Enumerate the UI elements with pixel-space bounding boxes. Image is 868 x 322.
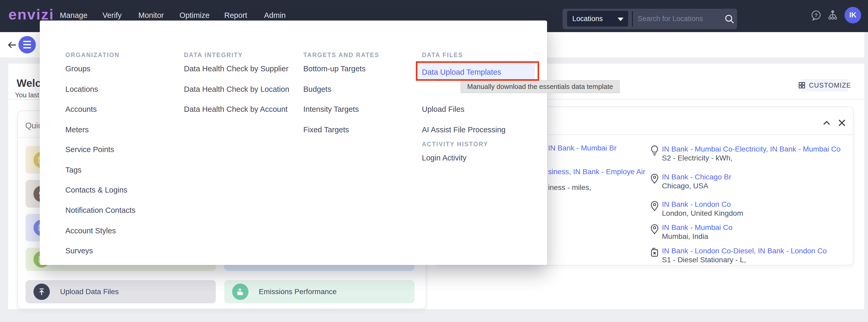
menu-item-surveys[interactable]: Surveys — [65, 247, 93, 255]
menu-item-budgets[interactable]: Budgets — [303, 85, 331, 94]
search-scope-value: Locations — [572, 15, 603, 23]
customize-label: CUSTOMIZE — [809, 81, 851, 89]
search-icon[interactable] — [724, 13, 735, 25]
svg-text:?: ? — [814, 12, 818, 18]
card-label: Upload Data Files — [60, 288, 119, 296]
highlight-red-box — [416, 61, 539, 81]
collapse-chevron-icon[interactable] — [822, 117, 832, 128]
nav-item-verify[interactable]: Verify — [102, 10, 122, 21]
avatar-initials: IK — [849, 11, 857, 19]
account-link[interactable]: IN Bank - London Co-Diesel, IN Bank - Lo… — [662, 247, 827, 255]
account-link[interactable]: IN Bank - Mumbai Co-Electricity, IN Bank… — [662, 145, 841, 153]
menu-item-accounts[interactable]: Accounts — [65, 105, 97, 114]
location-link[interactable]: IN Bank - Mumbai Co — [662, 223, 733, 232]
location-link[interactable]: IN Bank - London Co — [662, 200, 743, 209]
menu-toggle-button[interactable] — [19, 36, 36, 53]
nav-item-admin[interactable]: Admin — [264, 10, 286, 21]
search-scope-dropdown[interactable]: Locations — [567, 11, 628, 27]
menu-item-dhc-location[interactable]: Data Health Check by Location — [184, 85, 289, 94]
menu-item-contacts-logins[interactable]: Contacts & Logins — [65, 186, 127, 194]
help-icon[interactable]: ? — [810, 9, 822, 21]
menu-item-ai-assist-processing[interactable]: AI Assist File Processing — [422, 126, 506, 134]
menu-item-account-styles[interactable]: Account Styles — [65, 226, 116, 235]
list-item: IN Bank - Mumbai Br — [548, 144, 617, 152]
close-icon[interactable] — [837, 117, 847, 128]
list-item: IN Bank - London Co-Diesel, IN Bank - Lo… — [662, 247, 827, 264]
account-detail: S2 - Electricity - kWh, — [662, 154, 841, 162]
menu-item-groups[interactable]: Groups — [65, 65, 90, 73]
factory-icon — [232, 284, 248, 300]
global-search-bar: Locations — [563, 9, 737, 29]
divider — [632, 11, 633, 27]
account-link[interactable]: IN Bank - Mumbai Br — [548, 144, 617, 152]
tooltip: Manually download the essentials data te… — [461, 80, 620, 93]
nav-item-monitor[interactable]: Monitor — [138, 10, 164, 21]
list-item: IN Bank - Chicago Br Chicago, USA — [662, 173, 731, 190]
search-input[interactable] — [638, 11, 722, 27]
location-pin-icon — [649, 200, 660, 212]
menu-item-dhc-supplier[interactable]: Data Health Check by Supplier — [184, 65, 288, 73]
account-detail: S1 - Diesel Stationary - L, — [662, 256, 827, 264]
location-detail: London, United Kingdom — [662, 209, 743, 218]
menu-item-intensity-targets[interactable]: Intensity Targets — [303, 105, 359, 114]
app-window: envizi Manage Verify Monitor Optimize Re… — [0, 0, 868, 322]
lightbulb-icon — [649, 144, 660, 156]
list-item: IN Bank - Mumbai Co-Electricity, IN Bank… — [662, 145, 841, 162]
hierarchy-icon[interactable] — [827, 9, 838, 21]
location-pin-icon — [649, 223, 660, 235]
menu-item-dhc-account[interactable]: Data Health Check by Account — [184, 105, 287, 114]
location-pin-icon — [649, 172, 660, 184]
location-link[interactable]: IN Bank - Chicago Br — [662, 173, 731, 181]
customize-button[interactable]: CUSTOMIZE — [801, 79, 848, 92]
avatar[interactable]: IK — [844, 7, 861, 24]
menu-item-fixed-targets[interactable]: Fixed Targets — [303, 126, 349, 134]
card-label: Emissions Performance — [259, 288, 337, 296]
page-scrollbar[interactable] — [864, 32, 868, 322]
menu-section-activity-history: ACTIVITY HISTORY — [422, 141, 488, 148]
menu-section-organization: ORGANIZATION — [65, 51, 120, 59]
upload-icon — [33, 284, 50, 300]
list-item: siness, IN Bank - Employe Air iness - mi… — [548, 168, 645, 192]
menu-section-data-integrity: DATA INTEGRITY — [184, 51, 243, 59]
grid-icon — [798, 81, 806, 89]
manage-mega-menu: ORGANIZATION Groups Locations Accounts M… — [40, 21, 547, 265]
nav-item-manage[interactable]: Manage — [60, 10, 88, 21]
menu-item-locations[interactable]: Locations — [65, 85, 98, 94]
list-item: IN Bank - Mumbai Co Mumbai, India — [662, 223, 733, 241]
emissions-performance-card[interactable]: Emissions Performance — [224, 280, 414, 303]
menu-item-upload-files[interactable]: Upload Files — [422, 105, 464, 114]
fuel-can-icon — [649, 246, 660, 258]
list-item: IN Bank - London Co London, United Kingd… — [662, 200, 743, 218]
account-detail: iness - miles, — [548, 183, 645, 192]
nav-item-report[interactable]: Report — [224, 10, 247, 21]
location-detail: Chicago, USA — [662, 182, 731, 190]
menu-item-tags[interactable]: Tags — [65, 166, 82, 174]
chevron-down-icon — [618, 17, 623, 21]
nav-item-optimize[interactable]: Optimize — [180, 10, 210, 21]
menu-item-login-activity[interactable]: Login Activity — [422, 154, 466, 162]
menu-item-meters[interactable]: Meters — [65, 126, 89, 134]
account-link[interactable]: siness, IN Bank - Employe Air — [548, 168, 645, 176]
menu-item-notification-contacts[interactable]: Notification Contacts — [65, 206, 135, 215]
back-arrow-icon[interactable] — [6, 39, 18, 50]
menu-section-targets-rates: TARGETS AND RATES — [303, 51, 379, 59]
page-subtitle: You last l — [15, 91, 43, 99]
menu-item-bottom-up-targets[interactable]: Bottom-up Targets — [303, 65, 366, 73]
menu-item-service-points[interactable]: Service Points — [65, 145, 114, 154]
location-detail: Mumbai, India — [662, 232, 733, 241]
upload-data-files-card[interactable]: Upload Data Files — [26, 280, 216, 303]
